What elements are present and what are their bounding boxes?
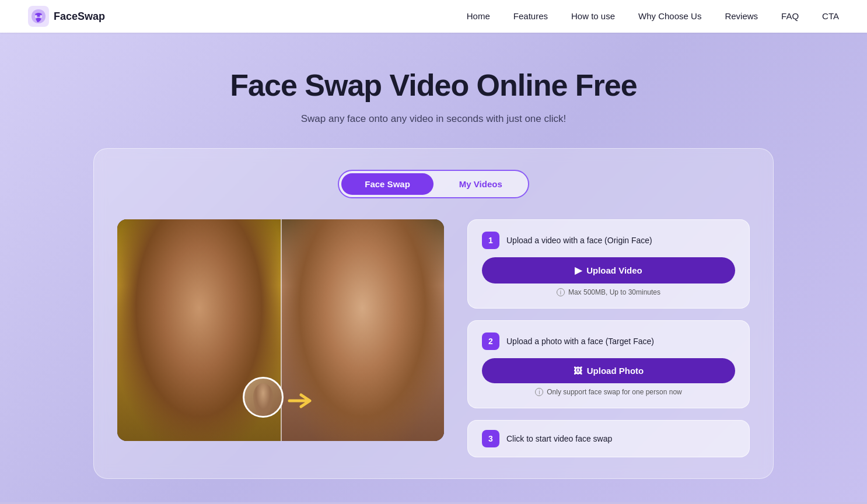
- step-2-header: 2 Upload a photo with a face (Target Fac…: [482, 332, 735, 350]
- small-avatar: [243, 377, 284, 418]
- step-3-header: 3 Click to start video face swap: [482, 430, 735, 447]
- hero-title: Face Swap Video Online Free: [47, 68, 820, 103]
- upload-video-button[interactable]: ▶ Upload Video: [482, 257, 735, 284]
- tab-switcher: Face Swap My Videos: [117, 170, 750, 198]
- step-1-number: 1: [482, 232, 499, 249]
- nav-why-choose-us[interactable]: Why Choose Us: [638, 11, 701, 21]
- step-1-card: 1 Upload a video with a face (Origin Fac…: [467, 219, 750, 309]
- brand-name: FaceSwap: [54, 10, 105, 23]
- logo-icon: [28, 6, 49, 27]
- nav-home[interactable]: Home: [467, 11, 490, 21]
- image-preview: [117, 219, 444, 441]
- step-2-number: 2: [482, 332, 499, 350]
- nav-cta[interactable]: CTA: [822, 11, 839, 21]
- nav-reviews[interactable]: Reviews: [725, 11, 758, 21]
- upload-photo-button[interactable]: 🖼 Upload Photo: [482, 358, 735, 383]
- step-1-header: 1 Upload a video with a face (Origin Fac…: [482, 232, 735, 249]
- tab-face-swap[interactable]: Face Swap: [341, 173, 433, 195]
- logo-link[interactable]: FaceSwap: [28, 6, 105, 27]
- nav-faq[interactable]: FAQ: [781, 11, 799, 21]
- step-1-title: Upload a video with a face (Origin Face): [506, 236, 652, 245]
- tab-pill: Face Swap My Videos: [338, 170, 529, 198]
- step-2-note-text: Only support face swap for one person no…: [547, 388, 681, 396]
- step-3-number: 3: [482, 430, 499, 447]
- step-1-note: i Max 500MB, Up to 30minutes: [482, 288, 735, 296]
- info-icon-1: i: [557, 288, 565, 296]
- preview-divider: [281, 219, 282, 441]
- steps-panel: 1 Upload a video with a face (Origin Fac…: [467, 219, 750, 457]
- step-1-note-text: Max 500MB, Up to 30minutes: [568, 288, 660, 296]
- image-icon: 🖼: [574, 366, 582, 376]
- play-circle-icon: ▶: [575, 265, 582, 276]
- step-3-card: 3 Click to start video face swap: [467, 420, 750, 457]
- preview-images: [117, 219, 444, 441]
- nav-features[interactable]: Features: [513, 11, 548, 21]
- hero-section: Face Swap Video Online Free Swap any fac…: [0, 33, 867, 502]
- step-2-card: 2 Upload a photo with a face (Target Fac…: [467, 320, 750, 408]
- info-icon-2: i: [535, 388, 543, 396]
- nav-how-to-use[interactable]: How to use: [571, 11, 615, 21]
- navbar: FaceSwap Home Features How to use Why Ch…: [0, 0, 867, 33]
- arrow-icon: [286, 389, 316, 412]
- svg-point-1: [35, 15, 37, 18]
- arrow-indicator: [286, 389, 316, 415]
- step-2-title: Upload a photo with a face (Target Face): [506, 337, 654, 346]
- tab-my-videos[interactable]: My Videos: [436, 173, 526, 195]
- step-2-note: i Only support face swap for one person …: [482, 388, 735, 396]
- step-3-title: Click to start video face swap: [506, 434, 612, 443]
- upload-video-label: Upload Video: [586, 265, 642, 275]
- main-card: Face Swap My Videos: [93, 148, 774, 479]
- nav-links: Home Features How to use Why Choose Us R…: [467, 11, 839, 22]
- hero-subtitle: Swap any face onto any video in seconds …: [47, 113, 820, 125]
- content-area: 1 Upload a video with a face (Origin Fac…: [117, 219, 750, 457]
- upload-photo-label: Upload Photo: [587, 366, 644, 376]
- svg-point-2: [40, 15, 42, 18]
